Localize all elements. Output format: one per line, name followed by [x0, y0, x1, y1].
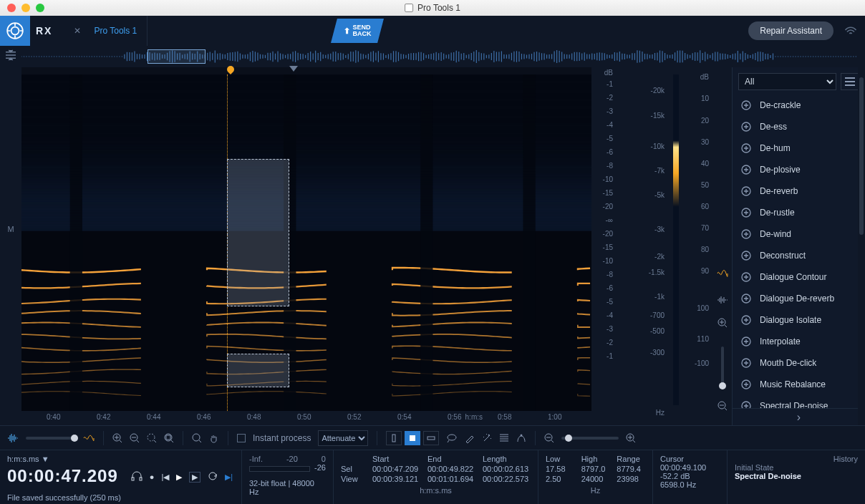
view-length[interactable]: 00:00:22.573 — [483, 475, 531, 483]
module-list-view-icon[interactable] — [841, 73, 859, 90]
history-item[interactable]: Spectral De-noise — [735, 472, 858, 480]
db-tick: -6 — [607, 148, 613, 156]
module-filter-select[interactable]: All — [738, 73, 836, 90]
harmonic-select-icon[interactable] — [499, 433, 509, 443]
db-ruler: dB -1-2-3-4-5-6-8-10-15-20-∞-20-15-10-8-… — [591, 67, 617, 425]
zoom-in-h-icon[interactable] — [626, 433, 636, 443]
svg-rect-97 — [21, 221, 591, 223]
send-back-button[interactable]: ⬆ SEND BACK — [331, 19, 384, 43]
svg-rect-30 — [21, 117, 591, 118]
find-similar-icon[interactable] — [516, 433, 526, 443]
app-header: RX ✕ Pro Tools 1 ⬆ SEND BACK Repair Assi… — [0, 16, 865, 46]
overview-selection[interactable] — [148, 49, 206, 64]
opacity-slider[interactable] — [26, 437, 76, 440]
selection-box-2[interactable] — [227, 354, 290, 387]
instant-process-checkbox[interactable] — [237, 434, 246, 442]
horizontal-zoom-slider[interactable] — [561, 437, 619, 440]
level-meter — [249, 466, 310, 472]
repair-assistant-button[interactable]: Repair Assistant — [748, 21, 833, 40]
module-item[interactable]: De-hum — [733, 137, 865, 159]
range-marker[interactable] — [289, 66, 298, 72]
module-item[interactable]: De-reverb — [733, 180, 865, 202]
module-item[interactable]: De-crackle — [733, 94, 865, 116]
rect-select-tool[interactable] — [405, 431, 420, 445]
sel-end[interactable]: 00:00:49.822 — [427, 465, 475, 473]
module-item[interactable]: De-rustle — [733, 202, 865, 223]
close-tab-icon[interactable]: ✕ — [74, 26, 81, 36]
module-item[interactable]: Spectral De-noise — [733, 395, 865, 408]
wand-tool-icon[interactable] — [482, 433, 492, 443]
overview-collapse-icon[interactable] — [6, 50, 16, 63]
svg-rect-91 — [21, 212, 591, 213]
module-icon — [740, 142, 753, 155]
grab-tool-icon[interactable] — [209, 433, 219, 443]
view-end[interactable]: 00:01:01.694 — [427, 475, 475, 483]
channel-gutter: M — [0, 67, 21, 425]
svg-rect-84 — [21, 201, 591, 203]
spectro-opacity-icon[interactable] — [83, 433, 95, 443]
zoom-out-h-icon[interactable] — [544, 433, 554, 443]
meter-bar — [673, 74, 679, 405]
panel-expand-icon[interactable]: › — [733, 408, 865, 425]
time-select-tool[interactable] — [386, 431, 402, 445]
selection-box-1[interactable] — [227, 159, 290, 307]
time-format-label[interactable]: h:m:s.ms ▼ — [7, 455, 234, 463]
zoom-selection-icon[interactable] — [147, 433, 157, 443]
loop-icon[interactable] — [208, 471, 218, 483]
svg-rect-72 — [21, 183, 591, 184]
zoom-in-vert-icon[interactable] — [717, 318, 728, 331]
zoom-in-icon[interactable] — [112, 433, 122, 443]
time-ruler[interactable]: h:m:s 0:400:420:440:460:480:500:520:540:… — [21, 411, 591, 425]
document-tab[interactable]: ✕ Pro Tools 1 — [64, 16, 148, 46]
spectrogram-display[interactable] — [21, 74, 591, 411]
module-item[interactable]: De-plosive — [733, 159, 865, 180]
module-item[interactable]: Dialogue Contour — [733, 266, 865, 288]
module-item[interactable]: De-ess — [733, 116, 865, 137]
zoom-fit-icon[interactable] — [164, 433, 174, 443]
zoom-out-vert-icon[interactable] — [717, 401, 728, 414]
zoom-tool-icon[interactable] — [192, 433, 202, 443]
headphone-icon[interactable] — [131, 471, 142, 483]
record-icon[interactable]: ● — [150, 472, 155, 481]
svg-rect-25 — [21, 109, 591, 110]
streaming-icon[interactable] — [844, 23, 858, 40]
module-item[interactable]: Mouth De-click — [733, 352, 865, 374]
svg-rect-27 — [21, 112, 591, 113]
return-icon[interactable]: ▶| — [225, 472, 233, 482]
modules-scrollbar[interactable] — [858, 56, 865, 425]
module-item[interactable]: Dialogue De-reverb — [733, 288, 865, 309]
freq-tick: -15k — [651, 112, 665, 120]
sel-length[interactable]: 00:00:02.613 — [483, 465, 531, 473]
cursor-hz: 6598.0 Hz — [660, 480, 720, 489]
history-item[interactable]: Initial State — [735, 463, 858, 472]
module-item[interactable]: Interpolate — [733, 331, 865, 352]
sel-start[interactable]: 00:00:47.209 — [372, 465, 420, 473]
freq-tick: -3k — [654, 226, 665, 233]
lasso-tool-icon[interactable] — [446, 433, 458, 443]
svg-rect-69 — [21, 178, 591, 179]
process-mode-select[interactable]: Attenuate — [318, 430, 368, 446]
zoom-window-button[interactable] — [36, 4, 44, 12]
module-item[interactable]: De-wind — [733, 223, 865, 245]
freq-tick: -1.5k — [649, 268, 665, 276]
db-tick: -2 — [607, 94, 613, 102]
module-item[interactable]: Dialogue Isolate — [733, 309, 865, 331]
play-icon[interactable]: ▶ — [176, 472, 182, 482]
freq-select-tool[interactable] — [423, 431, 439, 445]
rewind-icon[interactable]: |◀ — [161, 472, 169, 482]
waveform-opacity-icon[interactable] — [7, 433, 19, 443]
play-selection-icon[interactable]: ▶ — [189, 472, 200, 483]
module-item[interactable]: Music Rebalance — [733, 374, 865, 395]
brush-tool-icon[interactable] — [465, 433, 475, 443]
spectral-mode-icon[interactable] — [717, 268, 728, 282]
main-area: M h:m:s 0:400:420:440:460:480:500:520:54… — [0, 67, 865, 425]
close-window-button[interactable] — [7, 4, 16, 12]
view-start[interactable]: 00:00:39.121 — [372, 475, 420, 483]
zoom-out-icon[interactable] — [130, 433, 140, 443]
overview-waveform[interactable] — [21, 49, 859, 64]
minimize-window-button[interactable] — [21, 4, 30, 12]
waveform-mode-icon[interactable] — [717, 294, 728, 306]
vertical-zoom-slider[interactable] — [721, 346, 724, 389]
module-item[interactable]: Deconstruct — [733, 245, 865, 266]
svg-rect-88 — [21, 208, 591, 209]
